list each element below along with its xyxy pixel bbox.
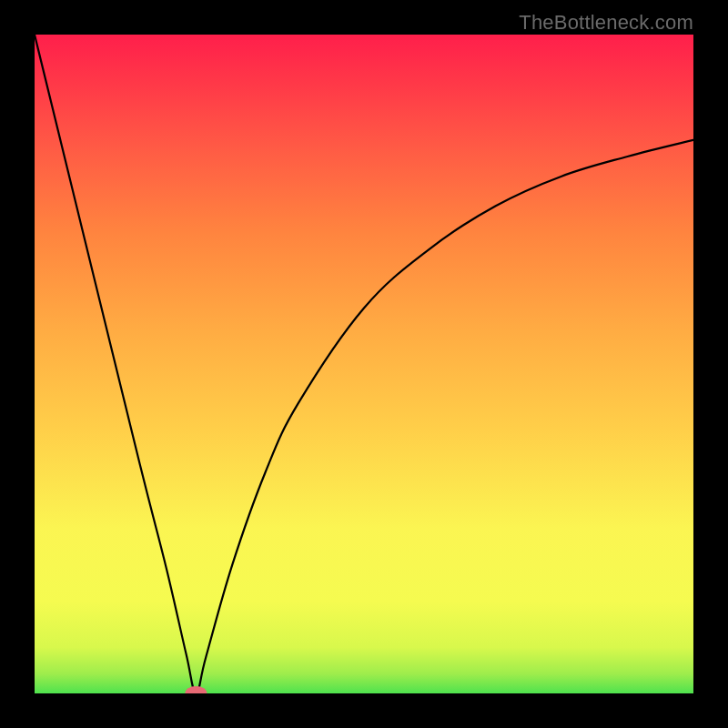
chart-container: TheBottleneck.com (0, 0, 728, 728)
chart-svg (35, 35, 693, 693)
plot-area (35, 35, 693, 693)
gradient-background (35, 35, 693, 693)
watermark-text: TheBottleneck.com (519, 11, 693, 35)
